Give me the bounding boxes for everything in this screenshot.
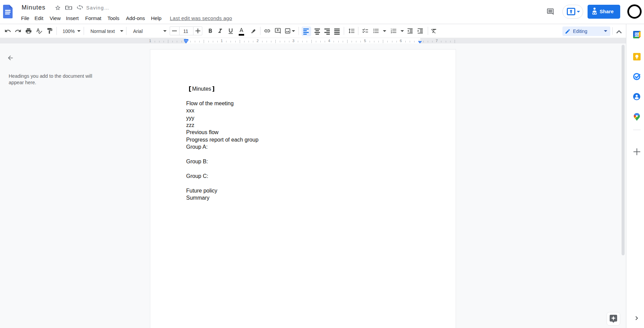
svg-text:31: 31 bbox=[634, 33, 639, 37]
